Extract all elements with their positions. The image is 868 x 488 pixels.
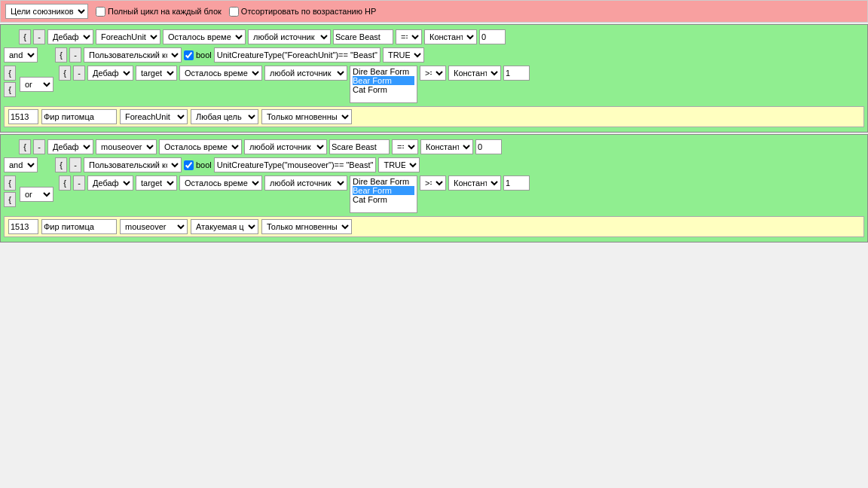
block2-row2-bool-label: bool: [196, 160, 212, 169]
block2-and-row2-container: and { - Пользовательский код bool UnitCr…: [4, 157, 864, 172]
full-cycle-checkbox[interactable]: [96, 7, 105, 17]
block2-or-select[interactable]: or: [20, 187, 53, 202]
block2-row3-timeleft-select[interactable]: Осталось времени: [179, 175, 262, 191]
block2-row3-const-select[interactable]: Константа: [448, 175, 501, 191]
block2-row1-minus-btn[interactable]: -: [33, 139, 45, 154]
block1-row1-brace-btn[interactable]: {: [19, 29, 31, 44]
block1-or-row3-container: { { or { - Дебаф target Осталось времени…: [4, 66, 864, 103]
block1-row1: { - Дебаф ForeachUnit Осталось времени л…: [19, 29, 864, 44]
block1-bottom-unit-select[interactable]: ForeachUnit: [120, 109, 188, 124]
block1-row1-foreach-select[interactable]: ForeachUnit: [96, 29, 160, 44]
block2-row1-value-input[interactable]: [475, 139, 502, 154]
block2-row3-target-select[interactable]: target: [136, 175, 177, 191]
block1-row3-forms-list[interactable]: Dire Bear Form Bear Form Cat Form: [350, 66, 417, 103]
full-cycle-label[interactable]: Полный цикл на каждый блок: [96, 7, 222, 17]
sort-checkbox[interactable]: [229, 7, 239, 17]
block1-row2-codetype-select[interactable]: Пользовательский код: [84, 47, 182, 63]
block1-row1-spell-input[interactable]: [333, 29, 393, 44]
block2-row3-source-select[interactable]: любой источник: [264, 175, 347, 191]
block2-and-select[interactable]: and: [4, 157, 38, 172]
block2-brace-outer-btn[interactable]: {: [4, 175, 16, 191]
block1-row2-bool-label: bool: [196, 50, 212, 59]
block1-bottom-instant-select[interactable]: Только мгновенные: [261, 109, 352, 124]
block1-brace-outer-btn[interactable]: {: [4, 66, 16, 81]
block1-row3-timeleft-select[interactable]: Осталось времени: [179, 66, 262, 81]
block2-row3-forms-list[interactable]: Dire Bear Form Bear Form Cat Form: [350, 175, 417, 213]
block2-row2-code-text: UnitCreatureType("mouseover")== "Beast": [214, 157, 377, 172]
block1-bottom: ForeachUnit Любая цель Только мгновенные: [4, 106, 864, 127]
top-bar: Цели союзников Полный цикл на каждый бло…: [0, 0, 868, 23]
block-1: { - Дебаф ForeachUnit Осталось времени л…: [0, 24, 868, 133]
block1-row2-code-text: UnitCreatureType("ForeachUnit")== "Beast…: [214, 47, 381, 63]
block1-bottom-id[interactable]: [8, 109, 38, 124]
block2-row2-brace-btn[interactable]: {: [55, 157, 67, 172]
block2-bottom-instant-select[interactable]: Только мгновенные: [261, 219, 352, 234]
block2-row1-source-select[interactable]: любой источник: [244, 139, 327, 154]
block1-or-select[interactable]: or: [20, 77, 53, 92]
block1-and-row2-container: and { - Пользовательский код bool UnitCr…: [4, 47, 864, 63]
block2-row1-spell-input[interactable]: [329, 139, 390, 154]
block2-brace-outer2-btn[interactable]: {: [4, 192, 16, 207]
block1-row1-value-input[interactable]: [479, 29, 506, 44]
block2-row1-timeleft-select[interactable]: Осталось времени: [159, 139, 242, 154]
block1-row3-brace-btn[interactable]: {: [59, 66, 71, 81]
block2-row3-value-input[interactable]: [503, 175, 530, 191]
block1-row3-const-select[interactable]: Константа: [448, 66, 501, 81]
targets-select[interactable]: Цели союзников: [5, 4, 88, 19]
sort-label[interactable]: Отсортировать по возрастанию НР: [229, 7, 376, 17]
block1-brace-outer2-btn[interactable]: {: [4, 82, 16, 97]
block2-row1-const-select[interactable]: Константа: [420, 139, 473, 154]
block1-row3-target-select[interactable]: target: [136, 66, 177, 81]
block1-and-select[interactable]: and: [4, 47, 38, 63]
block2-bottom-id[interactable]: [8, 219, 38, 234]
block1-bottom-target-select[interactable]: Любая цель: [191, 109, 258, 124]
block2-bottom-spell[interactable]: [41, 219, 117, 234]
block2-or-row3-container: { { or { - Дебаф target Осталось времени…: [4, 175, 864, 213]
block2-row2-result-select[interactable]: TRUE: [378, 157, 420, 172]
block2-row1-brace-btn[interactable]: {: [19, 139, 31, 154]
block2-row3-gte-select[interactable]: >=: [420, 175, 446, 191]
block2-row3-brace-btn[interactable]: {: [59, 175, 71, 191]
block1-row1-source-select[interactable]: любой источник: [248, 29, 331, 44]
block1-row3-debaf-select[interactable]: Дебаф: [87, 66, 133, 81]
block2-row2-minus-btn[interactable]: -: [69, 157, 81, 172]
block1-row3-source-select[interactable]: любой источник: [264, 66, 347, 81]
block1-row1-timeleft-select[interactable]: Осталось времени: [163, 29, 246, 44]
block1-row1-debaf-select[interactable]: Дебаф: [47, 29, 93, 44]
block2-row2-codetype-select[interactable]: Пользовательский код: [84, 157, 182, 172]
block1-row3-gte-select[interactable]: >=: [420, 66, 446, 81]
block1-row2-result-select[interactable]: TRUE: [383, 47, 424, 63]
block1-row2-minus-btn[interactable]: -: [69, 47, 81, 63]
block2-row2-bool-checkbox[interactable]: [184, 160, 194, 170]
block1-row3-minus-btn[interactable]: -: [73, 66, 85, 81]
block2-row1: { - Дебаф mouseover Осталось времени люб…: [19, 139, 864, 154]
block2-row1-foreach-select[interactable]: mouseover: [96, 139, 157, 154]
block1-bottom-spell[interactable]: [41, 109, 117, 124]
block1-row1-const-select[interactable]: Константа: [424, 29, 477, 44]
block1-row2-brace-btn[interactable]: {: [55, 47, 67, 63]
block1-row3-value-input[interactable]: [503, 66, 530, 81]
block2-row3-debaf-select[interactable]: Дебаф: [87, 175, 133, 191]
block2-bottom-target-select[interactable]: Атакуемая цель: [191, 219, 258, 234]
block-2: { - Дебаф mouseover Осталось времени люб…: [0, 134, 868, 242]
block1-row1-minus-btn[interactable]: -: [33, 29, 45, 44]
block2-bottom: mouseover Атакуемая цель Только мгновенн…: [4, 216, 864, 237]
block2-row3-minus-btn[interactable]: -: [73, 175, 85, 191]
block2-bottom-unit-select[interactable]: mouseover: [120, 219, 188, 234]
block2-row1-eq-select[interactable]: ==: [392, 139, 418, 154]
block2-row1-debaf-select[interactable]: Дебаф: [47, 139, 93, 154]
block1-row1-eq-select[interactable]: ==: [396, 29, 422, 44]
block1-row2-bool-checkbox[interactable]: [184, 50, 194, 60]
